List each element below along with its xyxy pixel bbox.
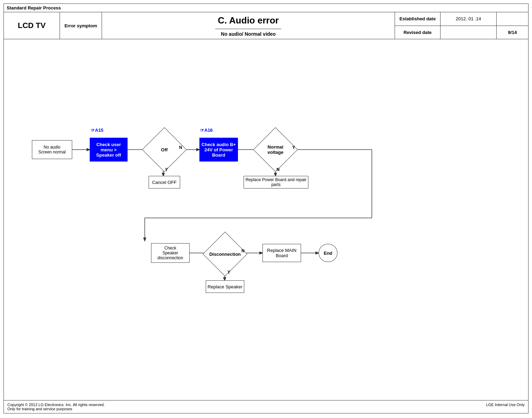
footer-left: Copyright © 2012 LG Electronics. Inc. Al…: [7, 403, 105, 411]
disconnection-wrapper: Disconnection: [209, 238, 241, 270]
check-speaker-label: CheckSpeakerdisconnection: [157, 246, 183, 260]
ref-a16-text: ☞A16: [200, 128, 213, 133]
date-values-cell: 2012. 01 .14: [441, 12, 497, 39]
replace-power-box: Replace Power Board and repair parts: [244, 176, 308, 189]
training-text: Only for training and service purposes: [7, 407, 105, 411]
page-number: 9/14: [508, 26, 517, 39]
end-circle: End: [319, 244, 337, 262]
standard-repair-title: Standard Repair Process: [4, 4, 528, 12]
page-cell: 9/14: [497, 12, 528, 39]
off-n-label: N: [179, 145, 182, 150]
revised-date-value: [467, 26, 470, 39]
lcd-tv-label: LCD TV: [18, 21, 46, 30]
established-date-label: Established date: [395, 12, 440, 26]
established-date-cell: Established date Revised date: [395, 12, 441, 39]
no-audio-video-label: No audio/ Normal video: [219, 29, 278, 39]
check-user-menu-box: Check usermenu >Speaker off: [90, 138, 128, 162]
header-row: LCD TV Error symptom C. Audio error No a…: [4, 12, 528, 39]
ref-a16: ☞A16: [200, 128, 213, 133]
flow-container: No audioScreen normal ☞A15 Check usermen…: [11, 46, 521, 379]
diagram-area: No audioScreen normal ☞A15 Check usermen…: [4, 39, 528, 400]
lcd-tv-cell: LCD TV: [4, 12, 60, 39]
internal-text: LGE Internal Use Only: [486, 403, 525, 411]
established-date-value: 2012. 01 .14: [441, 12, 496, 26]
ref-a15: ☞A15: [91, 128, 103, 133]
cancel-off-box: Cancel OFF: [149, 176, 180, 189]
check-user-menu-label: Check usermenu >Speaker off: [96, 142, 121, 158]
page-top: [497, 12, 528, 26]
outer-border: Standard Repair Process LCD TV Error sym…: [4, 4, 528, 413]
voltage-y-label: Y: [292, 145, 295, 150]
disconnection-diamond: [203, 232, 247, 276]
no-audio-label: No audioScreen normal: [38, 145, 66, 155]
copyright-text: Copyright © 2012 LG Electronics. Inc. Al…: [7, 403, 105, 407]
cancel-off-label: Cancel OFF: [152, 180, 177, 185]
off-diamond-wrapper: Off: [149, 134, 180, 165]
check-audio-box: Check audio B+24V of PowerBoard: [199, 138, 238, 162]
arrows-svg: [11, 46, 521, 379]
replace-main-box: Replace MAIN Board: [262, 244, 301, 262]
audio-error-label: C. Audio error: [215, 12, 282, 29]
disconn-n-label: N: [241, 248, 245, 253]
replace-speaker-box: Replace Speaker: [206, 280, 244, 293]
replace-power-label: Replace Power Board and repair parts: [244, 177, 308, 187]
disconn-y-label: Y: [227, 270, 230, 275]
normal-voltage-wrapper: Normalvoltage: [260, 134, 291, 165]
replace-speaker-label: Replace Speaker: [207, 284, 243, 289]
ref-a15-text: ☞A15: [91, 128, 103, 133]
error-symptom-cell: Error symptom: [60, 12, 102, 39]
normal-voltage-diamond: [253, 127, 298, 172]
off-y-label: Y: [165, 167, 168, 172]
audio-title-cell: C. Audio error No audio/ Normal video: [102, 12, 395, 39]
check-audio-label: Check audio B+24V of PowerBoard: [202, 142, 236, 158]
end-label: End: [324, 251, 333, 256]
no-audio-box: No audioScreen normal: [32, 140, 72, 159]
check-speaker-box: CheckSpeakerdisconnection: [151, 243, 190, 263]
replace-main-label: Replace MAIN Board: [263, 248, 301, 258]
footnote: Copyright © 2012 LG Electronics. Inc. Al…: [4, 400, 528, 413]
error-symptom-label: Error symptom: [64, 23, 97, 28]
revised-date-label: Revised date: [402, 26, 433, 39]
voltage-n-label: N: [277, 167, 280, 172]
